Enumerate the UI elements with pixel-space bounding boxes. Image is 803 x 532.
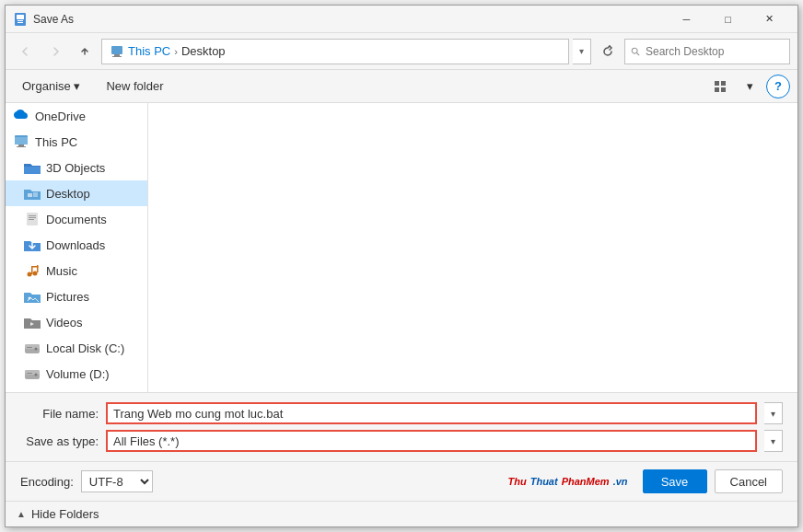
svg-rect-6 [112, 56, 122, 57]
breadcrumb-part2: Desktop [181, 44, 226, 58]
view-dropdown-button[interactable]: ▾ [737, 75, 762, 98]
sidebar-item-thispc-label: This PC [35, 135, 77, 149]
onedrive-icon [13, 108, 29, 124]
pc-icon [110, 44, 124, 59]
savetype-input[interactable] [106, 430, 757, 452]
breadcrumb-sep1: › [174, 46, 178, 57]
sidebar-item-onedrive[interactable]: OneDrive [6, 103, 147, 129]
folder-3d-icon [24, 159, 41, 176]
sidebar: OneDrive This PC 3D Objects [6, 103, 148, 392]
hide-folders-button[interactable]: ▲ Hide Folders [17, 507, 99, 521]
svg-rect-2 [17, 20, 23, 21]
toolbar-right: ▾ ? [707, 75, 790, 98]
minimize-button[interactable]: ─ [666, 6, 707, 33]
search-icon [631, 46, 640, 57]
triangle-icon: ▲ [17, 509, 26, 519]
sidebar-item-videos-label: Videos [46, 316, 83, 330]
address-dropdown[interactable]: ▾ [573, 39, 591, 64]
folder-desktop-icon [24, 185, 41, 202]
svg-rect-15 [18, 145, 24, 146]
svg-rect-1 [17, 15, 24, 19]
sidebar-item-3dobjects-label: 3D Objects [46, 161, 105, 175]
back-button[interactable] [13, 39, 39, 64]
sidebar-item-videos[interactable]: Videos [6, 309, 147, 335]
svg-rect-16 [17, 146, 26, 147]
svg-rect-14 [15, 137, 28, 145]
file-area [148, 103, 797, 392]
disk-d-icon [24, 365, 41, 382]
sidebar-item-pictures[interactable]: Pictures [6, 283, 147, 309]
new-folder-button[interactable]: New folder [97, 75, 172, 98]
sidebar-item-thispc[interactable]: This PC [6, 129, 147, 155]
watermark-text4: .vn [613, 476, 628, 487]
sidebar-item-downloads[interactable]: Downloads [6, 232, 147, 258]
address-path[interactable]: This PC › Desktop [101, 39, 569, 64]
help-button[interactable]: ? [766, 75, 790, 98]
svg-rect-18 [33, 192, 38, 197]
view-button[interactable] [707, 75, 733, 98]
sidebar-item-localc[interactable]: Local Disk (C:) [6, 335, 147, 361]
sidebar-item-documents-label: Documents [46, 213, 107, 226]
sidebar-item-onedrive-label: OneDrive [35, 110, 86, 123]
sidebar-item-3dobjects[interactable]: 3D Objects [6, 155, 147, 180]
save-as-dialog: Save As ─ □ ✕ This PC › [5, 5, 798, 527]
svg-rect-11 [715, 87, 719, 92]
svg-rect-10 [721, 81, 726, 86]
filename-input[interactable] [106, 402, 757, 424]
main-content: OneDrive This PC 3D Objects [6, 103, 797, 392]
svg-rect-4 [111, 46, 122, 54]
svg-line-8 [636, 52, 639, 55]
save-button[interactable]: Save [643, 469, 707, 493]
view-icon [713, 79, 727, 94]
pictures-icon [24, 288, 41, 305]
sidebar-item-volumed-label: Volume (D:) [46, 367, 110, 381]
forward-button[interactable] [42, 39, 68, 64]
sidebar-item-localc-label: Local Disk (C:) [46, 341, 124, 355]
svg-point-24 [33, 272, 38, 276]
title-bar-icon [13, 12, 28, 27]
cancel-button[interactable]: Cancel [715, 469, 783, 493]
sidebar-item-music[interactable]: Music [6, 258, 147, 283]
organise-button[interactable]: Organise ▾ [13, 75, 89, 98]
hide-folders-label: Hide Folders [31, 507, 99, 521]
sidebar-item-music-label: Music [46, 264, 77, 278]
hide-folders-row: ▲ Hide Folders [6, 501, 797, 526]
svg-rect-35 [25, 370, 40, 375]
maximize-button[interactable]: □ [707, 6, 749, 33]
savetype-dropdown[interactable]: ▾ [764, 430, 783, 452]
svg-point-23 [28, 272, 32, 277]
svg-point-7 [632, 48, 637, 53]
watermark-text1: Thu [508, 476, 527, 487]
svg-rect-20 [29, 215, 36, 216]
bottom-section: File name: ▾ Save as type: ▾ [6, 392, 797, 461]
svg-rect-31 [25, 344, 40, 349]
refresh-button[interactable] [595, 39, 621, 64]
svg-rect-22 [29, 219, 34, 220]
savetype-row: Save as type: ▾ [20, 430, 783, 452]
sidebar-item-pictures-label: Pictures [46, 290, 89, 304]
search-input[interactable] [646, 45, 784, 58]
downloads-icon [24, 237, 41, 253]
close-button[interactable]: ✕ [749, 6, 790, 33]
sidebar-item-desktop[interactable]: Desktop [6, 180, 147, 206]
sidebar-item-documents[interactable]: Documents [6, 206, 147, 232]
savetype-label: Save as type: [20, 434, 99, 448]
sidebar-item-volumed[interactable]: Volume (D:) [6, 361, 147, 387]
documents-icon [24, 211, 41, 227]
svg-rect-12 [721, 87, 726, 92]
filename-dropdown[interactable]: ▾ [764, 402, 783, 424]
svg-rect-37 [27, 373, 32, 374]
title-bar-controls: ─ □ ✕ [666, 6, 790, 33]
toolbar: Organise ▾ New folder ▾ ? [6, 70, 797, 103]
filename-label: File name: [20, 407, 99, 421]
pc-icon [13, 133, 29, 150]
svg-rect-5 [114, 54, 120, 56]
address-bar: This PC › Desktop ▾ [6, 33, 797, 70]
up-button[interactable] [72, 39, 98, 64]
svg-rect-9 [715, 81, 719, 86]
videos-icon [24, 314, 41, 330]
svg-rect-27 [31, 266, 39, 268]
encoding-select[interactable]: UTF-8 ANSI Unicode [81, 470, 153, 492]
breadcrumb-part1: This PC [128, 44, 170, 58]
search-box[interactable] [624, 39, 790, 64]
